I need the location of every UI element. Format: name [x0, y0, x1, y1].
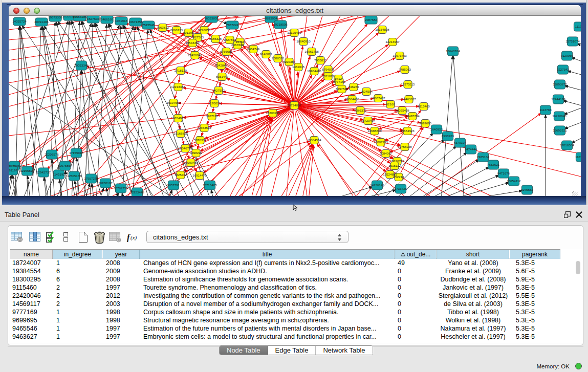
svg-text:10975857: 10975857: [58, 164, 72, 167]
svg-text:16210643: 16210643: [552, 114, 567, 118]
svg-text:2935134: 2935134: [477, 155, 490, 159]
svg-text:1362615: 1362615: [292, 65, 305, 69]
svg-text:10543362: 10543362: [185, 41, 200, 45]
svg-text:16654925: 16654925: [171, 116, 185, 120]
svg-text:12093872: 12093872: [553, 82, 567, 86]
svg-text:1733426: 1733426: [395, 187, 407, 190]
svg-text:8660123: 8660123: [170, 28, 183, 32]
svg-text:9084067: 9084067: [380, 151, 393, 155]
svg-text:3267110: 3267110: [206, 114, 218, 118]
svg-text:16782759: 16782759: [114, 186, 128, 190]
svg-text:9327503: 9327503: [224, 38, 236, 41]
svg-text:22420046: 22420046: [188, 53, 202, 57]
svg-text:9827503: 9827503: [191, 35, 204, 39]
svg-text:6794078: 6794078: [322, 68, 335, 71]
svg-text:6466160: 6466160: [101, 17, 114, 21]
svg-text:12942737: 12942737: [36, 170, 51, 174]
svg-text:8756685: 8756685: [220, 50, 233, 53]
svg-text:8471676: 8471676: [497, 171, 510, 175]
svg-text:2367608: 2367608: [231, 43, 244, 47]
svg-text:16033809: 16033809: [204, 16, 219, 20]
svg-text:10025438: 10025438: [395, 108, 409, 112]
svg-text:20053346: 20053346: [74, 63, 89, 67]
svg-text:16648764: 16648764: [446, 49, 460, 53]
svg-text:7386372: 7386372: [354, 108, 367, 112]
svg-text:10688609: 10688609: [367, 129, 382, 133]
svg-text:18724007: 18724007: [287, 103, 301, 107]
svg-text:15716485: 15716485: [203, 183, 217, 187]
svg-text:9474444: 9474444: [465, 147, 477, 151]
svg-text:14055724: 14055724: [12, 19, 27, 23]
svg-text:16914479: 16914479: [192, 173, 207, 177]
svg-text:7485063: 7485063: [399, 68, 411, 71]
svg-text:14136141: 14136141: [370, 183, 384, 187]
svg-text:10807487: 10807487: [371, 96, 385, 100]
svg-text:7625402: 7625402: [175, 173, 187, 177]
svg-text:10973493: 10973493: [393, 54, 407, 57]
svg-text:17957275: 17957275: [84, 177, 98, 180]
svg-text:891295: 891295: [183, 31, 194, 34]
svg-text:9777169: 9777169: [333, 80, 346, 83]
svg-text:17016504: 17016504: [560, 143, 574, 147]
svg-text:4498222: 4498222: [190, 151, 203, 155]
svg-text:7515546: 7515546: [142, 23, 155, 27]
svg-text:1527602: 1527602: [87, 17, 100, 20]
svg-text:13125419: 13125419: [287, 31, 301, 34]
svg-text:18300295: 18300295: [266, 111, 280, 115]
svg-text:9129966: 9129966: [561, 54, 574, 57]
svg-text:8220387: 8220387: [283, 60, 296, 63]
svg-text:10958167: 10958167: [98, 181, 113, 185]
svg-text:7663822: 7663822: [157, 26, 169, 29]
svg-text:16961758: 16961758: [304, 50, 319, 53]
svg-text:5878332: 5878332: [194, 138, 207, 142]
svg-text:2087682: 2087682: [365, 18, 378, 21]
svg-text:1640953: 1640953: [430, 127, 443, 131]
svg-text:15692921: 15692921: [553, 128, 567, 132]
svg-text:5226058: 5226058: [198, 28, 211, 32]
svg-text:8031442: 8031442: [216, 75, 229, 78]
svg-text:8813054: 8813054: [265, 16, 278, 20]
svg-text:20206576: 20206576: [45, 152, 59, 156]
svg-text:20364436: 20364436: [345, 97, 359, 101]
svg-text:12923448: 12923448: [130, 190, 144, 194]
svg-text:12975115: 12975115: [401, 82, 415, 86]
svg-text:12353593: 12353593: [197, 126, 211, 129]
svg-text:1113793: 1113793: [539, 108, 552, 112]
svg-text:9242848: 9242848: [215, 63, 228, 67]
svg-text:7857224: 7857224: [226, 23, 239, 27]
svg-text:1167534: 1167534: [575, 155, 581, 159]
svg-text:1145192: 1145192: [53, 172, 65, 176]
svg-text:9115460: 9115460: [418, 104, 430, 108]
svg-text:2718120: 2718120: [175, 69, 187, 72]
svg-text:9427552: 9427552: [212, 89, 225, 92]
svg-text:16099489: 16099489: [184, 161, 198, 164]
svg-text:7632621: 7632621: [487, 163, 500, 166]
svg-text:16107552: 16107552: [166, 101, 181, 104]
svg-text:12505135: 12505135: [67, 174, 81, 178]
svg-text:(x): (x): [130, 234, 137, 241]
svg-text:9699695: 9699695: [419, 121, 432, 125]
svg-text:16046768: 16046768: [178, 146, 192, 150]
svg-text:8186328: 8186328: [209, 37, 222, 40]
svg-text:10654112: 10654112: [507, 179, 521, 183]
svg-text:12213957: 12213957: [385, 40, 400, 43]
svg-text:19384554: 19384554: [307, 138, 321, 142]
svg-text:6497508: 6497508: [336, 87, 349, 91]
svg-text:19904458: 19904458: [307, 69, 321, 73]
svg-text:18785061: 18785061: [9, 164, 21, 167]
svg-text:14463627: 14463627: [402, 97, 416, 101]
svg-text:9146821: 9146821: [260, 52, 273, 56]
svg-text:19166825: 19166825: [173, 132, 188, 135]
svg-text:2588520: 2588520: [272, 56, 285, 60]
svg-text:19218506: 19218506: [273, 23, 288, 26]
svg-text:7955812: 7955812: [314, 58, 327, 62]
svg-text:11172: 11172: [575, 25, 581, 28]
svg-text:17159918: 17159918: [69, 151, 83, 155]
svg-text:9227342: 9227342: [557, 68, 570, 71]
svg-text:20495794: 20495794: [405, 114, 420, 118]
svg-text:746266: 746266: [349, 85, 359, 89]
svg-text:1170023: 1170023: [208, 101, 221, 105]
svg-text:9245652: 9245652: [521, 188, 534, 191]
svg-text:6379197: 6379197: [454, 141, 467, 144]
svg-text:18807293: 18807293: [374, 140, 388, 144]
